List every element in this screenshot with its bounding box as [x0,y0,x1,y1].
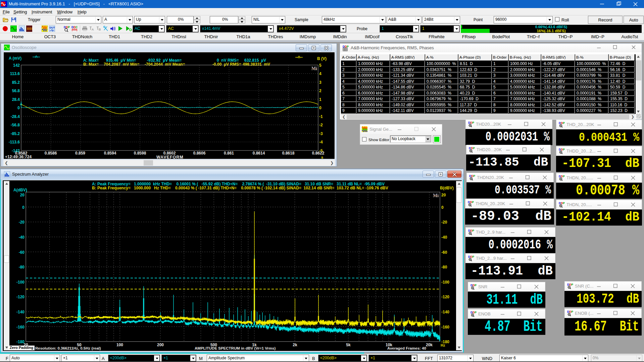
svg-text:DDP: DDP [559,121,565,125]
svg-text:DDC: DDC [71,25,78,29]
svg-text:A: A [92,28,94,31]
svg-text:DDP: DDP [567,283,573,286]
svg-text:DDP: DDP [468,255,474,258]
svg-text:DDP: DDP [559,201,565,205]
svg-text:DUT: DUT [50,26,55,29]
svg-text:DDP: DDP [468,229,474,232]
svg-text:DDP: DDP [470,284,477,287]
svg-text:DDP: DDP [559,148,565,151]
svg-text:DDP: DDP [469,146,475,150]
svg-text:DDP: DDP [469,174,475,178]
svg-text:DDP: DDP [567,310,573,313]
svg-text:B: B [99,28,101,31]
svg-text:888: 888 [27,27,32,31]
svg-text:DDP: DDP [64,25,70,29]
svg-text:DDP: DDP [470,311,477,314]
svg-text:DDP: DDP [559,175,565,178]
svg-text:DDP: DDP [468,200,474,204]
svg-text:DDP: DDP [468,121,474,124]
